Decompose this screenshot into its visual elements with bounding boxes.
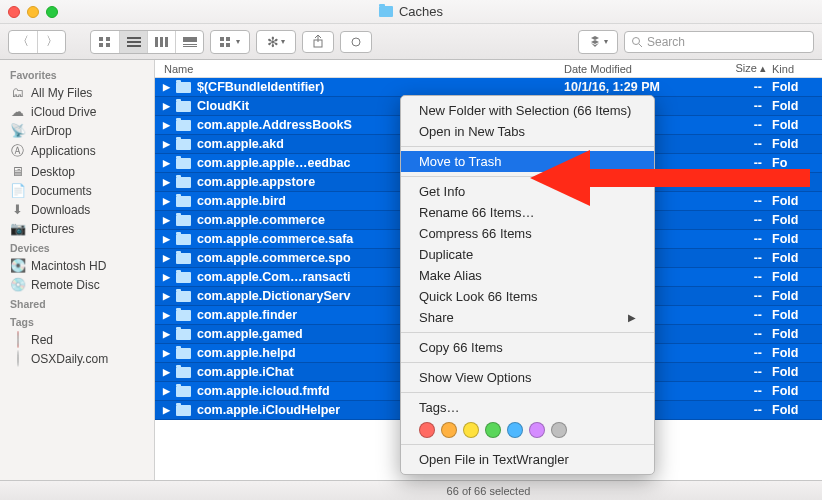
sidebar-item-documents[interactable]: 📄Documents [0,181,154,200]
disclosure-triangle-icon[interactable]: ▶ [155,101,176,111]
sidebar-item-desktop[interactable]: 🖥Desktop [0,162,154,181]
disclosure-triangle-icon[interactable]: ▶ [155,177,176,187]
disclosure-triangle-icon[interactable]: ▶ [155,405,176,415]
menu-item-new-folder-with-selection-66-items[interactable]: New Folder with Selection (66 Items) [401,100,654,121]
menu-item-label: Copy 66 Items [419,340,503,355]
svg-line-20 [639,44,642,47]
menu-separator [401,176,654,177]
submenu-arrow-icon: ▶ [628,312,636,323]
svg-rect-8 [160,37,163,47]
sidebar-item-red[interactable]: Red [0,330,154,349]
sidebar-item-remote-disc[interactable]: 💿Remote Disc [0,275,154,294]
search-placeholder: Search [647,35,685,49]
menu-item-share[interactable]: Share▶ [401,307,654,328]
menu-item-duplicate[interactable]: Duplicate [401,244,654,265]
sidebar-item-airdrop[interactable]: 📡AirDrop [0,121,154,140]
view-column-button[interactable] [147,31,175,53]
sidebar-item-label: Desktop [31,165,75,179]
titlebar: Caches [0,0,822,24]
folder-icon [176,348,191,359]
disclosure-triangle-icon[interactable]: ▶ [155,196,176,206]
tag-color-swatch[interactable] [551,422,567,438]
column-kind[interactable]: Kind [772,63,822,75]
sidebar-item-macintosh-hd[interactable]: 💽Macintosh HD [0,256,154,275]
view-list-button[interactable] [119,31,147,53]
disclosure-triangle-icon[interactable]: ▶ [155,158,176,168]
disclosure-triangle-icon[interactable]: ▶ [155,215,176,225]
sidebar-item-osxdaily-com[interactable]: OSXDaily.com [0,349,154,368]
file-kind: Fold [772,213,822,227]
menu-item-label: Duplicate [419,247,473,262]
menu-separator [401,392,654,393]
disclosure-triangle-icon[interactable]: ▶ [155,139,176,149]
sidebar-item-applications[interactable]: ⒶApplications [0,140,154,162]
share-button[interactable] [302,31,334,53]
sidebar-item-all-my-files[interactable]: 🗂All My Files [0,83,154,102]
view-icon-button[interactable] [91,31,119,53]
disclosure-triangle-icon[interactable]: ▶ [155,329,176,339]
arrange-dropdown[interactable]: ▾ [210,30,250,54]
tag-color-swatch[interactable] [441,422,457,438]
menu-item-label: New Folder with Selection (66 Items) [419,103,631,118]
back-button[interactable]: 〈 [9,31,37,53]
menu-separator [401,362,654,363]
view-coverflow-button[interactable] [175,31,203,53]
disclosure-triangle-icon[interactable]: ▶ [155,272,176,282]
sidebar-item-downloads[interactable]: ⬇Downloads [0,200,154,219]
file-size: -- [714,251,772,265]
folder-icon [176,177,191,188]
disclosure-triangle-icon[interactable]: ▶ [155,234,176,244]
tag-color-swatch[interactable] [419,422,435,438]
disclosure-triangle-icon[interactable]: ▶ [155,291,176,301]
sidebar-item-icloud-drive[interactable]: ☁iCloud Drive [0,102,154,121]
file-size: -- [714,118,772,132]
disclosure-triangle-icon[interactable]: ▶ [155,310,176,320]
sidebar-item-pictures[interactable]: 📷Pictures [0,219,154,238]
action-dropdown[interactable]: ✻▾ [256,30,296,54]
file-date: 10/1/16, 1:29 PM [564,80,714,94]
forward-button[interactable]: 〉 [37,31,65,53]
file-size: -- [714,99,772,113]
menu-item-get-info[interactable]: Get Info [401,181,654,202]
menu-item-open-in-new-tabs[interactable]: Open in New Tabs [401,121,654,142]
svg-rect-6 [127,45,141,47]
menu-separator [401,444,654,445]
menu-separator [401,146,654,147]
disclosure-triangle-icon[interactable]: ▶ [155,386,176,396]
menu-item-open-file-in-textwrangler[interactable]: Open File in TextWrangler [401,449,654,470]
tags-button[interactable] [340,31,372,53]
column-date[interactable]: Date Modified [564,63,714,75]
menu-item-make-alias[interactable]: Make Alias [401,265,654,286]
menu-item-label: Get Info [419,184,465,199]
menu-item-copy-66-items[interactable]: Copy 66 Items [401,337,654,358]
svg-rect-16 [226,43,230,47]
file-size: -- [714,308,772,322]
menu-item-move-to-trash[interactable]: Move to Trash [401,151,654,172]
disclosure-triangle-icon[interactable]: ▶ [155,120,176,130]
disclosure-triangle-icon[interactable]: ▶ [155,348,176,358]
context-menu[interactable]: New Folder with Selection (66 Items)Open… [400,95,655,475]
sidebar-item-label: All My Files [31,86,92,100]
sidebar: Favorites🗂All My Files☁iCloud Drive📡AirD… [0,60,155,480]
tag-color-swatch[interactable] [463,422,479,438]
view-switcher [90,30,204,54]
disclosure-triangle-icon[interactable]: ▶ [155,367,176,377]
menu-item-label: Move to Trash [419,154,501,169]
menu-item-rename-66-items[interactable]: Rename 66 Items… [401,202,654,223]
column-name[interactable]: Name [155,63,564,75]
tag-color-swatch[interactable] [485,422,501,438]
folder-icon [176,386,191,397]
tag-color-swatch[interactable] [529,422,545,438]
dropbox-dropdown[interactable]: ▾ [578,30,618,54]
menu-item-show-view-options[interactable]: Show View Options [401,367,654,388]
file-size: -- [714,270,772,284]
disclosure-triangle-icon[interactable]: ▶ [155,253,176,263]
disclosure-triangle-icon[interactable]: ▶ [155,82,176,92]
file-size: -- [714,403,772,417]
tag-color-swatch[interactable] [507,422,523,438]
column-size[interactable]: Size ▴ [714,62,772,75]
menu-item-tags[interactable]: Tags… [401,397,654,418]
menu-item-quick-look-66-items[interactable]: Quick Look 66 Items [401,286,654,307]
menu-item-compress-66-items[interactable]: Compress 66 Items [401,223,654,244]
search-field[interactable]: Search [624,31,814,53]
